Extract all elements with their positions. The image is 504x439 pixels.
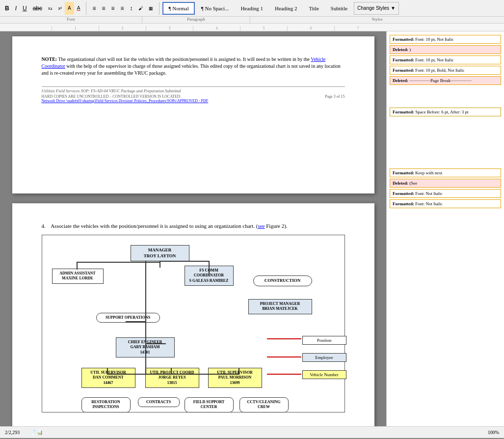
util-supervisor2-box: UTIL SUPERVISOR PAUL MORRISON 13699 (208, 368, 262, 388)
status-bar: 2/2,293 📄 📊 100% (0, 426, 504, 438)
ruler-mark: 1 (52, 26, 99, 31)
change-styles-button[interactable]: Change Styles ▼ (354, 2, 399, 15)
line-spacing-button[interactable]: ↕ (127, 2, 135, 15)
vehicle-coordinator-link[interactable]: Vehicle Coordinator (42, 56, 326, 69)
annotation-6: Formatted: Space Before: 6 pt, After: 3 … (390, 108, 501, 116)
font-color-button[interactable]: A (74, 2, 83, 15)
manager-box: MANAGER TROY LAYTON (131, 245, 189, 261)
util-project-box: UTIL PROJECT COORD JORGE REYES 13815 (145, 368, 199, 388)
annotation-10: Formatted: Font: Not Italic (390, 199, 501, 208)
field-support-box: FIELD SUPPORT CENTER (185, 397, 234, 412)
util-project-num: 13815 (149, 381, 196, 385)
project-manager-name: BRIAN MATEJCEK (252, 306, 309, 311)
annotation-1: Formatted: Font: 10 pt, Not Italic (390, 35, 501, 44)
status-icons: 📄 📊 (29, 430, 43, 435)
style-heading2[interactable]: Heading 2 (269, 2, 303, 15)
align-center-button[interactable]: ≡ (99, 2, 108, 15)
annotation-8: Deleted: (See (390, 179, 501, 188)
annotation-text: Font: Not Italic (415, 201, 443, 206)
legend-vehicle-box: Vehicle Number (302, 370, 346, 379)
shading-button[interactable]: 🖌 (135, 2, 146, 15)
cctv-box: CCTV/CLEANING CREW (239, 397, 289, 412)
org-chart-wrapper: MANAGER TROY LAYTON ADMIN ASSISTANT MAXI… (47, 240, 340, 407)
util-supervisor2-num: 13699 (212, 381, 259, 385)
style-heading1[interactable]: Heading 1 (235, 2, 268, 15)
cctv-label: CCTV/CLEANING CREW (243, 400, 285, 410)
admin-title: ADMIN ASSISTANT (55, 271, 100, 276)
annotation-label: Formatted: (393, 57, 414, 62)
annotation-text: Keep with next (415, 170, 442, 175)
highlight-button[interactable]: A (65, 2, 74, 15)
step-number: 4. (42, 223, 50, 229)
annotation-text: Space Before: 6 pt, After: 3 pt (415, 110, 468, 114)
paragraph-label: Paragraph (142, 17, 250, 23)
manager-title: MANAGER (134, 247, 186, 253)
italic-button[interactable]: I (12, 2, 20, 15)
annotation-2: Deleted: ) (390, 45, 501, 54)
ruler-mark: 2 (99, 26, 146, 31)
annotation-text: (See (409, 181, 417, 186)
align-left-button[interactable]: ≡ (89, 2, 99, 15)
font-section: B I U abc x₂ x² A A (2, 2, 86, 15)
ruler: 1 2 3 4 5 6 7 (0, 24, 504, 31)
zoom-level: 100% (488, 430, 499, 435)
annotation-9: Formatted: Font: Not Italic (390, 189, 501, 198)
spacer2 (387, 118, 504, 167)
subscript-button[interactable]: x₂ (45, 2, 55, 15)
arrow-employee (267, 357, 301, 357)
util-supervisor1-name: DAN COMMENT (85, 375, 132, 380)
contracts-label: CONTRACTS (141, 400, 176, 405)
note-prefix: NOTE: (42, 56, 57, 62)
annotation-label: Formatted: (393, 170, 414, 175)
footer-left: HARD COPIES ARE UNCONTROLLED – CONTROLLE… (42, 94, 209, 103)
ruler-mark: 7 (334, 26, 381, 31)
annotation-text: Font: 10 pt, Bold, Not Italic (415, 68, 464, 73)
annotation-text: ) (409, 47, 411, 52)
project-manager-title: PROJECT MANAGER (252, 302, 309, 306)
legend-vehicle: Vehicle Number (307, 372, 342, 377)
align-right-button[interactable]: ≡ (108, 2, 117, 15)
cursor-position: 2/2,293 (5, 430, 20, 435)
ruler-mark: 4 (193, 26, 240, 31)
annotation-text: Font: 10 pt, Not Italic (415, 37, 453, 42)
see-figure-link[interactable]: see (258, 223, 265, 229)
admin-box: ADMIN ASSISTANT MAXINE LORDE (52, 269, 104, 284)
util-project-name: JORGE REYES (149, 375, 196, 380)
construction-box: CONSTRUCTION (253, 275, 312, 286)
annotation-5: Deleted: ···················Page Break··… (390, 76, 501, 85)
borders-button[interactable]: ▦ (146, 2, 156, 15)
support-ops-label: SUPPORT OPERATIONS (100, 315, 157, 320)
util-supervisor1-box: UTIL SUPERVISOR DAN COMMENT 14467 (81, 368, 135, 388)
bold-button[interactable]: B (2, 2, 12, 15)
note-paragraph: NOTE: The organizational chart will not … (42, 56, 345, 77)
fs-comm-name: S GALEAS RAMIREZ (188, 278, 230, 283)
hard-copies: HARD COPIES ARE UNCONTROLLED – CONTROLLE… (42, 94, 209, 99)
underline-button[interactable]: U (20, 2, 30, 15)
superscript-button[interactable]: x² (55, 2, 65, 15)
annotation-label: Deleted: (393, 78, 408, 83)
paragraph-section: ≡ ≡ ≡ ≡ ↕ 🖌 ▦ (89, 2, 159, 15)
admin-name: MAXINE LORDE (55, 276, 100, 281)
page-1: NOTE: The organizational chart will not … (12, 36, 374, 193)
annotation-label: Formatted: (393, 37, 414, 42)
style-normal[interactable]: ¶ Normal (162, 2, 194, 15)
network-path[interactable]: Network Drive \oudefs01\sharing\Field Se… (42, 99, 209, 103)
footer-italic: Utilities Field Services SOP: FS-AD-04 V… (42, 86, 345, 93)
right-panel: Formatted: Font: 10 pt, Not Italic Delet… (386, 31, 504, 426)
step-content: Associate the vehicles with the position… (51, 223, 287, 229)
annotation-3: Formatted: Font: 10 pt, Not Italic (390, 55, 501, 64)
footer-bottom: HARD COPIES ARE UNCONTROLLED – CONTROLLE… (42, 94, 345, 103)
connector-h1 (77, 262, 160, 263)
util-supervisor2-name: PAUL MORRISON (212, 375, 259, 380)
justify-button[interactable]: ≡ (117, 2, 127, 15)
style-no-spacing[interactable]: ¶ No Spaci... (196, 2, 235, 15)
style-subtitle[interactable]: Subtitle (325, 2, 353, 15)
network-link: Network Drive \oudefs01\sharing\Field Se… (42, 99, 209, 103)
annotation-label: Formatted: (393, 191, 414, 196)
pages-container[interactable]: NOTE: The organizational chart will not … (0, 31, 386, 426)
spacer (387, 86, 504, 106)
strikethrough-button[interactable]: abc (30, 2, 45, 15)
arrow-vehicle (267, 374, 301, 375)
annotation-text: Font: 10 pt, Not Italic (415, 57, 453, 62)
style-title[interactable]: Title (303, 2, 324, 15)
